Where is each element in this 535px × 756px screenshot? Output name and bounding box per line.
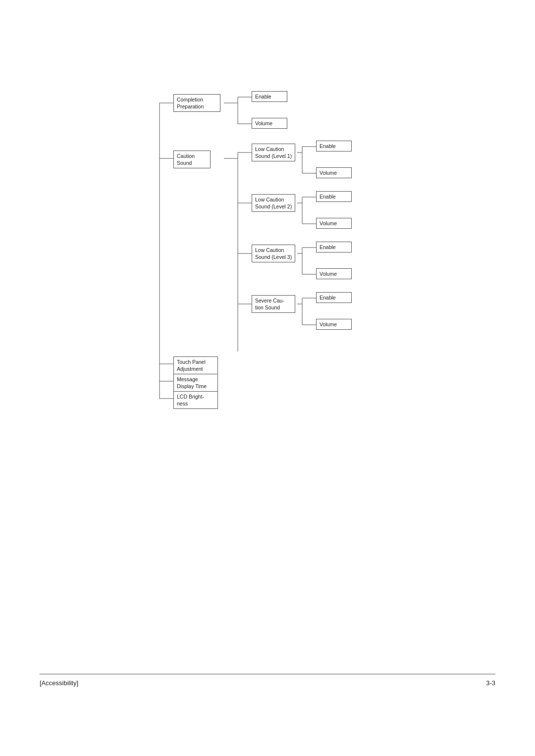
volume-1-box: Volume xyxy=(252,118,287,129)
severe-caution-label: Severe Cau-tion Sound xyxy=(255,298,284,310)
enable-lc2-label: Enable xyxy=(320,194,336,200)
volume-sc-box: Volume xyxy=(316,319,352,330)
volume-lc2-box: Volume xyxy=(316,218,352,229)
volume-lc3-box: Volume xyxy=(316,268,352,279)
enable-sc-label: Enable xyxy=(320,295,336,301)
volume-1-label: Volume xyxy=(255,120,272,126)
page-number: 3-3 xyxy=(486,679,495,687)
low-caution-1-label: Low CautionSound (Level 1) xyxy=(255,146,292,159)
low-caution-3-box: Low CautionSound (Level 3) xyxy=(252,245,295,262)
completion-preparation-label: CompletionPreparation xyxy=(177,97,204,109)
enable-1-box: Enable xyxy=(252,91,287,102)
enable-sc-box: Enable xyxy=(316,292,352,303)
low-caution-1-box: Low CautionSound (Level 1) xyxy=(252,144,295,161)
message-display-label: MessageDisplay Time xyxy=(177,376,207,389)
low-caution-2-box: Low CautionSound (Level 2) xyxy=(252,194,295,212)
volume-sc-label: Volume xyxy=(320,321,337,327)
enable-lc2-box: Enable xyxy=(316,191,352,202)
enable-1-label: Enable xyxy=(255,94,271,100)
volume-lc1-box: Volume xyxy=(316,167,352,178)
lcd-brightness-box: LCD Bright-ness xyxy=(173,391,218,409)
enable-lc1-box: Enable xyxy=(316,141,352,151)
volume-lc3-label: Volume xyxy=(320,271,337,277)
footer-title: [Accessibility] xyxy=(40,679,78,687)
severe-caution-box: Severe Cau-tion Sound xyxy=(252,295,295,313)
enable-lc1-label: Enable xyxy=(320,143,336,149)
lcd-brightness-label: LCD Bright-ness xyxy=(177,394,204,406)
volume-lc1-label: Volume xyxy=(320,170,337,176)
caution-sound-box: CautionSound xyxy=(173,151,211,168)
touch-panel-box: Touch PanelAdjustment xyxy=(173,356,218,374)
enable-lc3-label: Enable xyxy=(320,244,336,250)
low-caution-2-label: Low CautionSound (Level 2) xyxy=(255,197,292,209)
low-caution-3-label: Low CautionSound (Level 3) xyxy=(255,247,292,260)
completion-preparation-box: CompletionPreparation xyxy=(173,94,220,112)
caution-sound-label: CautionSound xyxy=(177,153,195,166)
volume-lc2-label: Volume xyxy=(320,220,337,226)
touch-panel-label: Touch PanelAdjustment xyxy=(177,359,206,372)
enable-lc3-box: Enable xyxy=(316,242,352,252)
message-display-box: MessageDisplay Time xyxy=(173,374,218,392)
